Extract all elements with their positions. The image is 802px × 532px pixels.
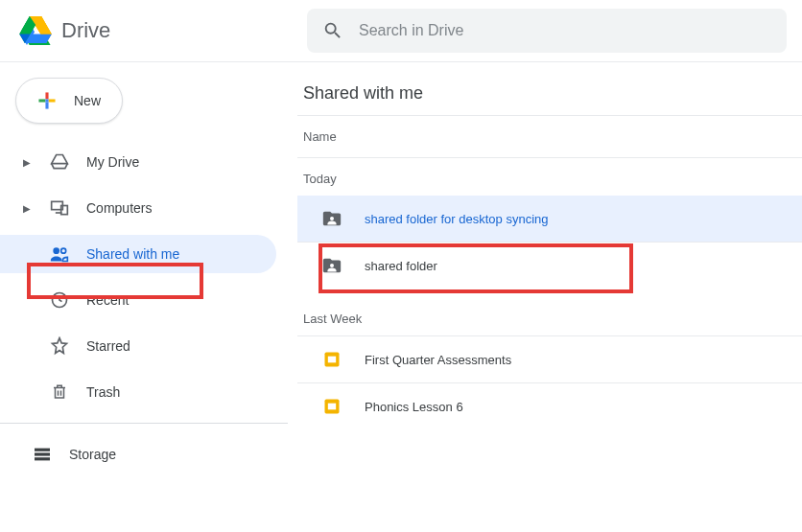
header: Drive (0, 0, 802, 61)
chevron-right-icon: ▶ (23, 203, 33, 214)
drive-logo-icon (19, 16, 52, 45)
slides-icon (320, 350, 343, 369)
file-name: First Quarter Assessments (365, 353, 511, 367)
sidebar: New ▶ My Drive ▶ Computers ▶ (0, 62, 288, 474)
svg-rect-24 (328, 404, 336, 410)
sidebar-item-trash[interactable]: ▶ Trash (0, 373, 276, 411)
svg-rect-17 (35, 452, 50, 455)
svg-point-20 (330, 264, 334, 267)
shared-folder-icon (320, 255, 343, 276)
content-area: Shared with me Name Today shared folder … (288, 62, 802, 474)
sidebar-item-label: Shared with me (86, 246, 179, 262)
group-header-last-week: Last Week (297, 289, 802, 335)
search-input[interactable] (359, 22, 771, 39)
file-name: shared folder for desktop syncing (365, 212, 549, 226)
sidebar-item-my-drive[interactable]: ▶ My Drive (0, 143, 276, 181)
search-bar[interactable] (307, 9, 787, 53)
sidebar-item-shared-with-me[interactable]: ▶ Shared with me (0, 235, 276, 273)
slides-icon (320, 397, 343, 416)
sidebar-item-label: Computers (86, 200, 152, 216)
search-icon (322, 20, 343, 41)
clock-icon (50, 290, 69, 310)
file-row[interactable]: shared folder for desktop syncing (297, 196, 802, 242)
plus-icon (34, 87, 60, 114)
new-button-label: New (74, 93, 101, 108)
sidebar-item-label: Trash (86, 384, 120, 400)
page-title: Shared with me (297, 83, 802, 104)
storage-label: Storage (69, 447, 116, 462)
trash-icon (50, 382, 69, 402)
nav-section-main: ▶ My Drive ▶ Computers ▶ Shared (0, 137, 288, 411)
sidebar-item-label: My Drive (86, 154, 139, 170)
computers-icon (50, 198, 69, 218)
svg-point-19 (330, 217, 334, 220)
file-name: shared folder (365, 259, 437, 273)
file-row[interactable]: shared folder (297, 243, 802, 289)
file-row[interactable]: Phonics Lesson 6 (297, 383, 802, 429)
svg-rect-16 (35, 449, 50, 451)
svg-rect-18 (35, 457, 50, 460)
svg-rect-22 (328, 357, 336, 363)
star-icon (50, 336, 69, 356)
sidebar-item-starred[interactable]: ▶ Starred (0, 327, 276, 365)
column-header-name[interactable]: Name (297, 116, 802, 157)
sidebar-item-label: Recent (86, 292, 129, 308)
shared-folder-icon (320, 208, 343, 229)
my-drive-icon (50, 152, 69, 172)
sidebar-separator (0, 423, 288, 424)
logo-area: Drive (19, 16, 307, 45)
storage-icon (33, 447, 52, 462)
new-button[interactable]: New (15, 78, 123, 124)
group-header-today: Today (297, 158, 802, 196)
chevron-right-icon: ▶ (23, 157, 33, 168)
svg-point-13 (53, 247, 59, 254)
product-name: Drive (61, 18, 110, 43)
sidebar-item-computers[interactable]: ▶ Computers (0, 189, 276, 227)
sidebar-item-storage[interactable]: Storage (0, 435, 288, 474)
file-row[interactable]: First Quarter Assessments (297, 336, 802, 382)
people-icon (50, 244, 69, 264)
sidebar-item-label: Starred (86, 338, 130, 354)
svg-rect-10 (45, 99, 48, 102)
sidebar-item-recent[interactable]: ▶ Recent (0, 281, 276, 319)
svg-point-14 (61, 248, 66, 253)
file-name: Phonics Lesson 6 (365, 400, 463, 414)
